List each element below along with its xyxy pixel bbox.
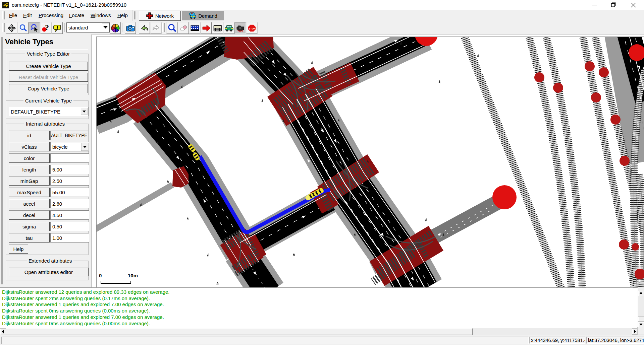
svg-text:0: 0 [99,273,102,278]
svg-text:10m: 10m [128,273,138,278]
svg-text:STOP: STOP [249,27,255,30]
svg-text:?: ? [45,24,49,32]
svg-text:TYPE: TYPE [237,30,244,32]
